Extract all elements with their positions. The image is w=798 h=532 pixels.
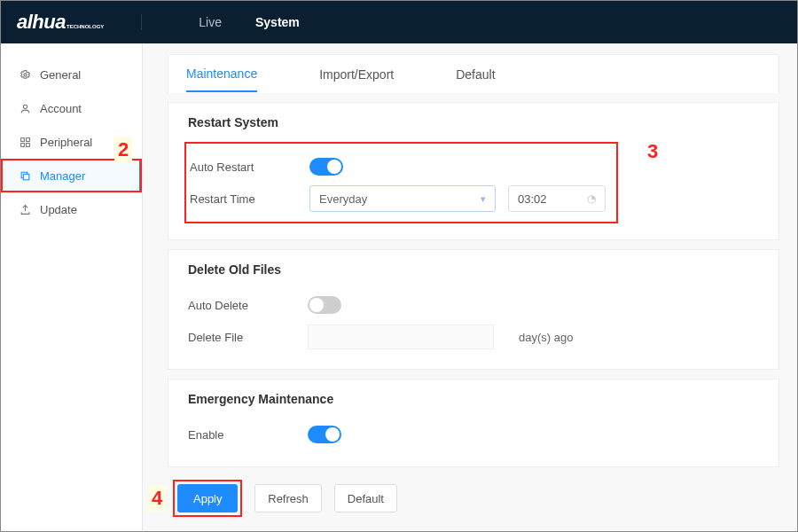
tab-live[interactable]: Live [199,15,222,29]
header-tabs: Live System [199,15,300,29]
restart-period-select[interactable]: Everyday ▾ [309,185,496,212]
sidebar-item-label: General [40,68,81,82]
restart-time-label: Restart Time [190,192,309,206]
subtab-default[interactable]: Default [456,58,495,91]
svg-rect-2 [20,137,24,141]
days-ago-suffix: day(s) ago [519,331,573,344]
user-icon [19,103,31,114]
gear-icon [19,69,31,81]
emergency-enable-toggle[interactable] [308,426,341,443]
auto-delete-toggle[interactable] [308,296,341,314]
subtab-import-export[interactable]: Import/Export [319,58,394,91]
sidebar-item-account[interactable]: Account [1,91,142,125]
button-row: 4 Apply Refresh Default [168,480,779,517]
subtabs: Maintenance Import/Export Default [168,54,779,93]
sidebar: General Account Peripheral Manager Updat… [1,43,143,532]
default-button[interactable]: Default [334,484,397,512]
auto-restart-toggle[interactable] [309,158,343,176]
home-icon[interactable] [141,14,163,30]
emergency-title: Emergency Maintenance [188,392,759,406]
restart-title: Restart System [188,115,759,129]
clock-icon: ◔ [587,192,596,205]
auto-delete-label: Auto Delete [188,299,308,312]
subtab-maintenance[interactable]: Maintenance [186,57,257,92]
svg-rect-5 [26,143,29,146]
restart-period-value: Everyday [319,192,367,206]
sidebar-item-label: Peripheral [40,136,92,149]
sidebar-item-update[interactable]: Update [1,192,142,226]
refresh-button[interactable]: Refresh [254,484,322,512]
panel-emergency: Emergency Maintenance Enable [168,379,779,467]
svg-point-1 [23,105,27,108]
annotation-3: 3 [647,140,658,163]
upload-icon [19,204,31,215]
grid-icon [19,137,31,148]
svg-rect-6 [23,174,28,180]
annotation-2: 2 [114,137,132,163]
copy-icon [19,170,31,182]
brand-subtext: TECHNOLOGY [66,24,104,29]
main-content: Maintenance Import/Export Default Restar… [143,43,797,532]
annotation-4: 4 [148,485,166,512]
restart-time-input[interactable]: 03:02 ◔ [508,185,606,212]
delete-title: Delete Old Files [188,262,759,277]
restart-time-value: 03:02 [518,192,547,206]
brand-text: alhua [17,11,66,34]
brand-logo: alhuaTECHNOLOGY [17,11,104,34]
sidebar-item-label: Account [40,102,82,115]
sidebar-item-general[interactable]: General [1,58,142,91]
svg-rect-4 [20,143,24,146]
sidebar-item-label: Manager [40,169,85,183]
sidebar-item-label: Update [40,203,77,216]
svg-point-0 [23,73,26,75]
app-header: alhuaTECHNOLOGY Live System [1,1,797,43]
auto-restart-label: Auto Restart [190,160,309,174]
apply-button[interactable]: Apply [177,484,238,512]
chevron-down-icon: ▾ [481,193,486,205]
emergency-enable-label: Enable [188,428,308,442]
tab-system[interactable]: System [255,15,300,29]
delete-file-label: Delete File [188,331,308,344]
panel-restart: Restart System Auto Restart Restart Time… [168,102,779,240]
sidebar-item-manager[interactable]: Manager [1,159,142,192]
svg-rect-3 [26,137,29,141]
delete-file-input[interactable] [308,325,494,349]
panel-delete: Delete Old Files Auto Delete Delete File… [168,249,779,370]
